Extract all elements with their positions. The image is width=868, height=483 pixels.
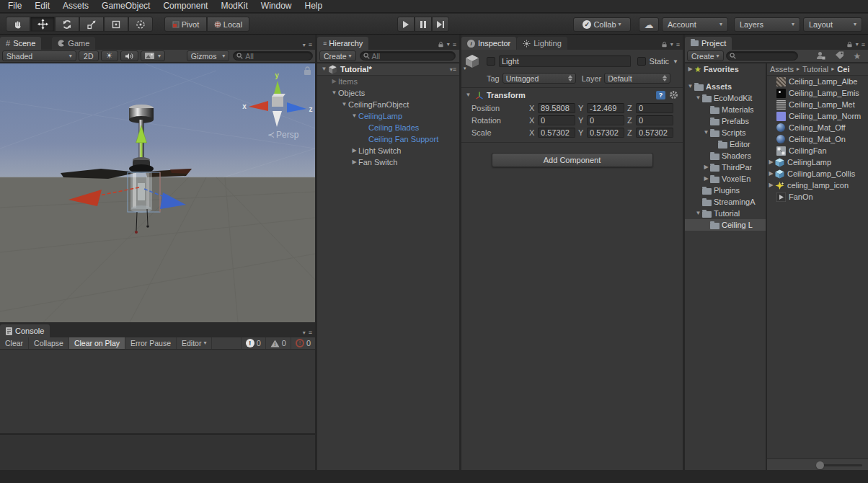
- rotation-x-field[interactable]: 0: [538, 115, 575, 125]
- scene-panel-menu-icon[interactable]: ▾≡: [303, 41, 315, 50]
- scene-audio-toggle[interactable]: [120, 50, 139, 61]
- collab-dropdown[interactable]: ✓ Collab ▾: [573, 17, 631, 32]
- search-by-type-button[interactable]: [812, 51, 829, 61]
- shading-mode-dropdown[interactable]: Shaded ▾: [2, 50, 76, 61]
- gameobject-name-field[interactable]: Light: [499, 56, 631, 67]
- asset-ceiling-lamp-emissive[interactable]: Ceiling_Lamp_Emis: [767, 87, 868, 99]
- asset-ceiling-mat-on[interactable]: Ceiling_Mat_On: [767, 133, 868, 145]
- transform-component-header[interactable]: ▼ Transform ?: [461, 88, 683, 102]
- console-error-filter[interactable]: ! 0: [291, 337, 315, 349]
- layout-dropdown[interactable]: Layout ▾: [803, 17, 862, 32]
- tree-ceiling-lamp-selected[interactable]: Ceiling L: [685, 219, 766, 231]
- active-checkbox[interactable]: [487, 57, 495, 66]
- rotation-z-field[interactable]: 0: [636, 115, 673, 125]
- asset-ceiling-lamp-metallic[interactable]: Ceiling_Lamp_Met: [767, 99, 868, 110]
- console-collapse-button[interactable]: Collapse: [29, 337, 69, 349]
- project-search-input[interactable]: [726, 51, 798, 61]
- hierarchy-search-input[interactable]: All: [360, 51, 456, 61]
- tree-plugins[interactable]: Plugins: [685, 185, 766, 196]
- tree-ecomodkit[interactable]: ▼ EcoModKit: [685, 92, 766, 104]
- console-clear-on-play-button[interactable]: Clear on Play: [69, 337, 125, 349]
- asset-ceilinglamp-prefab[interactable]: ▶ CeilingLamp: [767, 156, 868, 168]
- menu-edit[interactable]: Edit: [28, 0, 56, 12]
- hierarchy-create-dropdown[interactable]: Create ▾: [319, 50, 356, 61]
- expand-arrow[interactable]: ▼: [320, 63, 328, 75]
- transform-tool-button[interactable]: [128, 17, 153, 32]
- tree-streamingassets[interactable]: StreamingA: [685, 196, 766, 208]
- zoom-slider-track[interactable]: [822, 464, 862, 466]
- scale-tool-button[interactable]: [79, 17, 104, 32]
- asset-ceilinglamp-collision-prefab[interactable]: ▶ CeilingLamp_Collis: [767, 168, 868, 180]
- hierarchy-scene-row[interactable]: ▼ Tutorial* ▾≡: [317, 63, 459, 76]
- project-create-dropdown[interactable]: Create ▾: [687, 50, 724, 61]
- menu-help[interactable]: Help: [298, 0, 329, 12]
- tab-scene[interactable]: # Scene: [0, 37, 41, 50]
- project-panel-menu[interactable]: ▾≡: [846, 40, 868, 50]
- console-warning-filter[interactable]: ! 0: [265, 337, 291, 349]
- asset-ceiling-lamp-albedo[interactable]: Ceiling_Lamp_Albe: [767, 76, 868, 87]
- hierarchy-item-ceilinglamp[interactable]: ▼CeilingLamp: [317, 110, 459, 122]
- pause-button[interactable]: [415, 17, 432, 32]
- tab-console[interactable]: Console: [0, 324, 50, 337]
- hierarchy-item-light-switch[interactable]: ▶Light Switch: [317, 145, 459, 156]
- console-editor-dropdown[interactable]: Editor▾: [177, 337, 212, 349]
- asset-fanon-animation[interactable]: FanOn: [767, 191, 868, 203]
- gear-icon[interactable]: [669, 90, 678, 99]
- search-by-label-button[interactable]: [831, 51, 848, 61]
- 2d-toggle-button[interactable]: 2D: [79, 50, 99, 61]
- hierarchy-item-fan-switch[interactable]: ▶Fan Switch: [317, 156, 459, 168]
- scale-x-field[interactable]: 0.57302: [538, 128, 575, 138]
- hierarchy-panel-menu[interactable]: ▾≡: [438, 40, 459, 50]
- scene-effects-dropdown[interactable]: ▾: [141, 50, 165, 61]
- position-x-field[interactable]: 89.5808: [538, 103, 575, 113]
- asset-ceilingfan-controller[interactable]: CeilingFan: [767, 145, 868, 156]
- lock-icon[interactable]: [661, 40, 668, 48]
- expand-arrow[interactable]: ▶: [767, 180, 775, 191]
- scene-viewport[interactable]: y x z ≺ Persp: [0, 63, 315, 322]
- scene-search-input[interactable]: All: [233, 51, 313, 61]
- tree-favorites[interactable]: ▶★ Favorites: [685, 63, 766, 75]
- console-detail-area[interactable]: [0, 434, 315, 470]
- hierarchy-item-objects[interactable]: ▼Objects: [317, 87, 459, 99]
- menu-file[interactable]: File: [1, 0, 28, 12]
- gameobject-icon[interactable]: ▾: [464, 53, 483, 69]
- console-log-area[interactable]: [0, 350, 315, 433]
- console-clear-button[interactable]: Clear: [0, 337, 29, 349]
- tab-inspector[interactable]: i Inspector: [461, 37, 516, 50]
- tree-materials[interactable]: Materials: [685, 104, 766, 115]
- hierarchy-item-items[interactable]: ▶Items: [317, 76, 459, 87]
- rect-tool-button[interactable]: [104, 17, 128, 32]
- tree-voxelengine[interactable]: ▶ VoxelEn: [685, 173, 766, 185]
- help-icon[interactable]: ?: [656, 91, 665, 99]
- scene-lighting-toggle[interactable]: ☀: [101, 50, 118, 61]
- hierarchy-item-ceiling-fan-support[interactable]: Ceiling Fan Support: [317, 133, 459, 145]
- pivot-toggle-button[interactable]: Pivot: [164, 17, 207, 32]
- tree-thirdparty[interactable]: ▶ ThirdPar: [685, 161, 766, 173]
- component-foldout-arrow[interactable]: ▼: [464, 89, 472, 101]
- menu-window[interactable]: Window: [254, 0, 298, 12]
- lock-icon[interactable]: [438, 40, 444, 48]
- zoom-slider-handle[interactable]: [816, 461, 824, 469]
- static-dropdown-arrow[interactable]: ▼: [673, 58, 678, 65]
- hierarchy-item-ceilingfanobject[interactable]: ▼CeilingFanObject: [317, 99, 459, 110]
- layers-dropdown[interactable]: Layers ▾: [734, 17, 800, 32]
- tag-dropdown[interactable]: Untagged: [502, 73, 576, 84]
- step-button[interactable]: [432, 17, 449, 32]
- position-y-field[interactable]: -12.469: [587, 103, 624, 113]
- layer-dropdown[interactable]: Default: [604, 73, 670, 84]
- menu-gameobject[interactable]: GameObject: [95, 0, 156, 12]
- tree-tutorial[interactable]: ▼ Tutorial: [685, 208, 766, 219]
- tree-prefabs[interactable]: Prefabs: [685, 115, 766, 127]
- inspector-panel-menu[interactable]: ▾≡: [661, 40, 683, 50]
- tree-scripts[interactable]: ▼ Scripts: [685, 127, 766, 138]
- console-info-filter[interactable]: ! 0: [241, 337, 265, 349]
- expand-arrow[interactable]: ▶: [767, 156, 775, 168]
- add-component-button[interactable]: Add Component: [492, 153, 653, 167]
- move-tool-button[interactable]: [30, 17, 55, 32]
- scale-z-field[interactable]: 0.57302: [636, 128, 673, 138]
- tab-game[interactable]: Game: [52, 37, 95, 50]
- local-toggle-button[interactable]: Local: [207, 17, 249, 32]
- console-error-pause-button[interactable]: Error Pause: [125, 337, 177, 349]
- hand-tool-button[interactable]: [6, 17, 30, 32]
- expand-arrow[interactable]: ▶: [767, 168, 775, 180]
